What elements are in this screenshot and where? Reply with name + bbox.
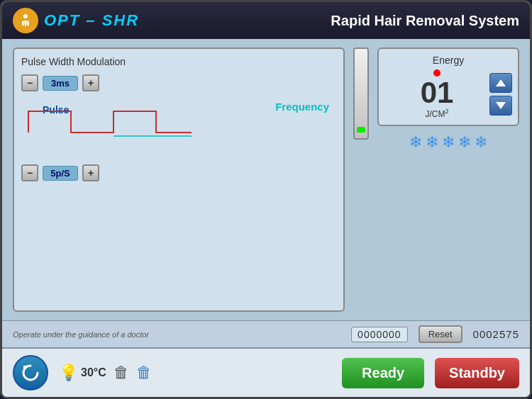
energy-arrows: [489, 73, 512, 116]
right-panel: Energy 01 J/CM2: [377, 47, 519, 312]
frequency-minus-button[interactable]: −: [21, 164, 38, 181]
snowflake-2: ❄: [426, 133, 438, 152]
waveform-area: Pulse Frequency: [21, 97, 336, 140]
back-icon: [21, 363, 40, 383]
svg-marker-3: [496, 102, 506, 109]
energy-display: 01 J/CM2: [384, 69, 512, 119]
trash-icon-1: 🗑: [113, 364, 129, 382]
vertical-slider-track[interactable]: [353, 47, 369, 140]
header-title: Rapid Hair Removal System: [139, 13, 519, 29]
trash-icon-2: 🗑: [136, 364, 152, 382]
main-content: Pulse Width Modulation − 3ms + Pulse Fre…: [2, 39, 530, 320]
pulse-plus-button[interactable]: +: [82, 74, 99, 91]
waveform-svg: [21, 101, 192, 140]
energy-up-button[interactable]: [489, 73, 512, 93]
total-counter: 0002575: [473, 328, 519, 340]
snowflake-3: ❄: [442, 133, 455, 152]
energy-down-button[interactable]: [489, 96, 512, 116]
snowflake-4: ❄: [458, 133, 471, 152]
snowflake-5: ❄: [475, 133, 487, 152]
energy-unit: J/CM2: [425, 108, 448, 119]
back-button[interactable]: [13, 355, 48, 390]
energy-panel: Energy 01 J/CM2: [377, 47, 519, 126]
footer-icons: 💡 30°C 🗑 🗑: [59, 364, 152, 382]
snowflake-1: ❄: [409, 133, 422, 152]
slider-fill: [357, 127, 365, 133]
standby-button[interactable]: Standby: [435, 358, 519, 388]
logo-icon: [13, 8, 38, 33]
frequency-control-row: − 5p/S +: [21, 164, 336, 181]
energy-value: 01: [421, 78, 454, 108]
pulse-minus-button[interactable]: −: [21, 74, 38, 91]
left-panel: Pulse Width Modulation − 3ms + Pulse Fre…: [13, 47, 345, 312]
energy-left: 01 J/CM2: [384, 69, 489, 119]
bulb-icon: 💡: [59, 364, 78, 382]
panel-title: Pulse Width Modulation: [21, 56, 336, 67]
guidance-text: Operate under the guidance of a doctor: [13, 330, 340, 339]
svg-marker-2: [496, 79, 506, 86]
temp-text: 30°C: [81, 366, 106, 379]
ready-button[interactable]: Ready: [342, 358, 424, 388]
frequency-label: Frequency: [275, 101, 329, 113]
main-screen: OPT – SHR Rapid Hair Removal System Puls…: [0, 0, 532, 399]
frequency-plus-button[interactable]: +: [82, 164, 99, 181]
pulse-control-row: − 3ms +: [21, 74, 336, 91]
footer: 💡 30°C 🗑 🗑 Ready Standby: [2, 347, 530, 397]
logo-area: OPT – SHR: [13, 8, 139, 33]
energy-title: Energy: [384, 55, 512, 66]
vertical-slider-column: [353, 47, 369, 312]
header: OPT – SHR Rapid Hair Removal System: [2, 2, 530, 39]
reset-button[interactable]: Reset: [419, 325, 462, 343]
pulse-value-display: 3ms: [43, 76, 78, 91]
svg-point-0: [23, 14, 28, 18]
info-bar: Operate under the guidance of a doctor 0…: [2, 320, 530, 347]
frequency-value-display: 5p/S: [43, 166, 78, 181]
logo-text: OPT – SHR: [44, 11, 139, 30]
session-counter: 0000000: [351, 327, 408, 342]
snowflakes-row: ❄ ❄ ❄ ❄ ❄: [377, 133, 519, 152]
temp-display: 💡 30°C: [59, 364, 106, 382]
